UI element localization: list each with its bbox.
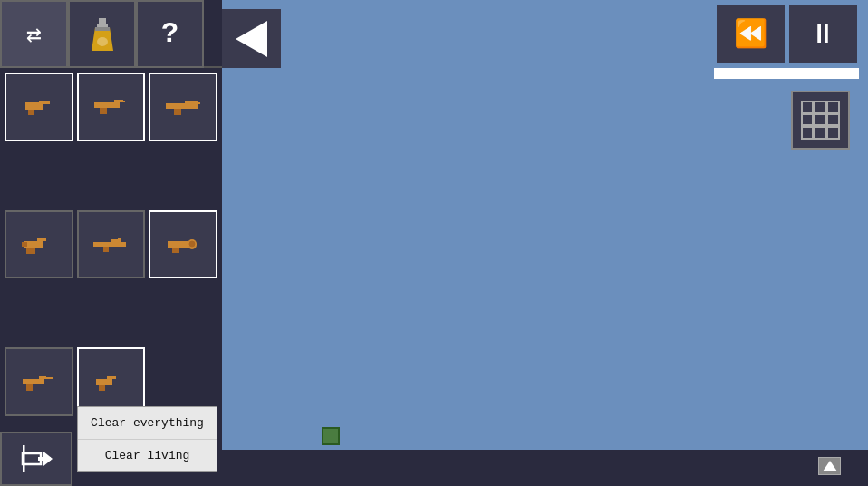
- svg-rect-18: [26, 248, 35, 254]
- top-right-controls: ⏪ ⏸: [714, 5, 859, 79]
- svg-rect-26: [172, 248, 179, 253]
- potion-button[interactable]: [68, 0, 136, 68]
- weapon-slot-3[interactable]: [149, 73, 217, 141]
- weapon-slot-5[interactable]: [77, 210, 146, 279]
- svg-rect-34: [99, 385, 105, 391]
- pistol-icon: [21, 95, 57, 118]
- svg-rect-1: [97, 24, 108, 27]
- svg-rect-46: [23, 445, 25, 472]
- arrows-icon: ⇄: [26, 19, 42, 50]
- svg-rect-12: [166, 103, 198, 109]
- svg-rect-38: [827, 102, 839, 112]
- svg-rect-32: [96, 379, 112, 385]
- svg-rect-37: [815, 102, 825, 112]
- svg-rect-40: [815, 114, 825, 125]
- smg-icon: [92, 95, 129, 118]
- svg-rect-7: [28, 110, 34, 115]
- bottom-item: [818, 457, 841, 475]
- svg-rect-28: [23, 379, 44, 384]
- svg-rect-20: [93, 242, 126, 247]
- svg-marker-35: [823, 461, 837, 471]
- svg-rect-48: [38, 457, 51, 461]
- rewind-button[interactable]: ⏪: [717, 5, 785, 63]
- svg-rect-33: [107, 376, 116, 379]
- svg-rect-13: [185, 101, 198, 103]
- help-button[interactable]: ?: [136, 0, 204, 68]
- weapon-slot-2[interactable]: [77, 73, 146, 141]
- heavy-icon: [21, 233, 57, 256]
- svg-rect-23: [118, 238, 121, 242]
- progress-bar: [714, 68, 859, 79]
- svg-rect-15: [196, 102, 200, 104]
- green-block: [322, 427, 340, 445]
- svg-rect-4: [95, 27, 110, 31]
- svg-rect-44: [827, 127, 839, 139]
- svg-rect-14: [174, 109, 181, 115]
- launcher-icon: [165, 233, 201, 256]
- weapon-slot-4[interactable]: [5, 210, 73, 279]
- pistol2-icon: [92, 371, 129, 394]
- svg-point-3: [97, 37, 108, 46]
- rifle-icon: [165, 95, 201, 118]
- svg-rect-39: [802, 114, 813, 125]
- weapon-slot-6[interactable]: [149, 210, 217, 279]
- arrow-up-icon: [821, 459, 839, 473]
- svg-rect-22: [103, 247, 109, 252]
- svg-rect-42: [802, 127, 813, 139]
- pause-icon: ⏸: [809, 18, 836, 51]
- svg-rect-36: [802, 102, 813, 112]
- clear-living-button[interactable]: Clear living: [78, 440, 217, 471]
- svg-rect-41: [827, 114, 839, 125]
- top-toolbar: ⇄ ?: [0, 0, 222, 68]
- smg2-icon: [21, 371, 57, 394]
- pause-button[interactable]: ⏸: [789, 5, 857, 63]
- exit-button[interactable]: [0, 432, 72, 486]
- clear-everything-button[interactable]: Clear everything: [78, 407, 217, 440]
- svg-point-27: [188, 240, 196, 248]
- question-icon: ?: [161, 17, 178, 51]
- svg-rect-17: [37, 238, 46, 241]
- svg-rect-10: [100, 108, 107, 114]
- svg-rect-24: [168, 241, 190, 248]
- grid-button[interactable]: [791, 91, 850, 150]
- svg-rect-43: [815, 127, 825, 139]
- svg-rect-19: [22, 242, 27, 247]
- arrows-button[interactable]: ⇄: [0, 0, 68, 68]
- weapon-slot-7[interactable]: [5, 347, 73, 416]
- sniper-icon: [92, 233, 129, 256]
- potion-icon: [88, 18, 117, 51]
- svg-rect-31: [43, 377, 53, 379]
- context-menu: Clear everything Clear living: [77, 406, 217, 472]
- play-back-button[interactable]: [222, 9, 281, 68]
- svg-rect-11: [118, 101, 125, 102]
- weapon-slot-1[interactable]: [5, 73, 73, 141]
- exit-icon: [18, 441, 54, 477]
- svg-rect-8: [94, 102, 120, 108]
- svg-rect-6: [39, 101, 50, 104]
- svg-rect-30: [26, 384, 33, 391]
- progress-bar-container: [714, 68, 859, 79]
- rewind-icon: ⏪: [734, 17, 767, 51]
- triangle-left-icon: [236, 21, 267, 57]
- grid-icon: [800, 100, 841, 141]
